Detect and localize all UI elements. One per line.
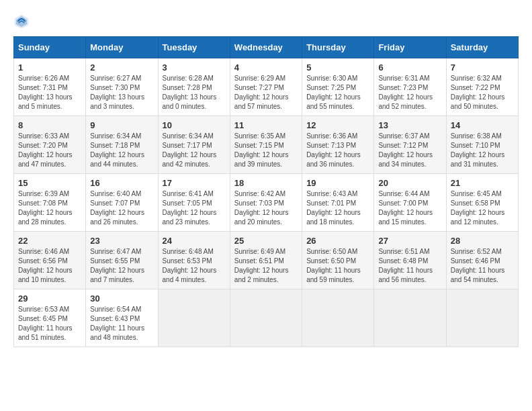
day-number: 30 [90,293,153,304]
calendar-cell: 3Sunrise: 6:28 AMSunset: 7:28 PMDaylight… [158,58,230,116]
day-detail: Sunrise: 6:34 AMSunset: 7:18 PMDaylight:… [90,132,153,169]
calendar-cell: 5Sunrise: 6:30 AMSunset: 7:25 PMDaylight… [302,58,374,116]
day-number: 21 [451,178,514,188]
day-detail: Sunrise: 6:46 AMSunset: 6:56 PMDaylight:… [18,247,81,285]
logo-icon [13,13,30,30]
calendar-cell: 14Sunrise: 6:38 AMSunset: 7:10 PMDayligh… [446,116,518,174]
day-detail: Sunrise: 6:27 AMSunset: 7:30 PMDaylight:… [90,74,153,111]
day-detail: Sunrise: 6:34 AMSunset: 7:17 PMDaylight:… [163,132,226,169]
day-number: 24 [163,236,226,246]
calendar-cell: 23Sunrise: 6:47 AMSunset: 6:55 PMDayligh… [86,232,158,289]
calendar-table: SundayMondayTuesdayWednesdayThursdayFrid… [13,36,519,347]
calendar-cell: 17Sunrise: 6:41 AMSunset: 7:05 PMDayligh… [158,174,230,232]
day-number: 25 [234,236,298,246]
calendar-cell: 8Sunrise: 6:33 AMSunset: 7:20 PMDaylight… [14,116,86,174]
day-number: 14 [451,120,514,130]
calendar-cell: 24Sunrise: 6:48 AMSunset: 6:53 PMDayligh… [158,232,230,289]
day-detail: Sunrise: 6:37 AMSunset: 7:12 PMDaylight:… [378,132,441,169]
day-header-wednesday: Wednesday [230,37,302,58]
day-detail: Sunrise: 6:47 AMSunset: 6:55 PMDaylight:… [90,247,153,285]
calendar-week-row: 15Sunrise: 6:39 AMSunset: 7:08 PMDayligh… [14,174,519,232]
day-detail: Sunrise: 6:29 AMSunset: 7:27 PMDaylight:… [234,74,298,111]
day-number: 13 [378,120,441,130]
calendar-cell: 26Sunrise: 6:50 AMSunset: 6:50 PMDayligh… [302,232,374,289]
day-detail: Sunrise: 6:44 AMSunset: 7:00 PMDaylight:… [378,189,441,227]
calendar-week-row: 1Sunrise: 6:26 AMSunset: 7:31 PMDaylight… [14,58,519,116]
day-detail: Sunrise: 6:49 AMSunset: 6:51 PMDaylight:… [234,247,298,285]
calendar-cell [230,289,302,347]
day-number: 9 [90,120,153,130]
day-header-monday: Monday [86,37,158,58]
day-number: 22 [18,236,81,246]
day-detail: Sunrise: 6:39 AMSunset: 7:08 PMDaylight:… [18,189,81,227]
calendar-cell: 6Sunrise: 6:31 AMSunset: 7:23 PMDaylight… [374,58,446,116]
calendar-cell: 15Sunrise: 6:39 AMSunset: 7:08 PMDayligh… [14,174,86,232]
calendar-cell: 13Sunrise: 6:37 AMSunset: 7:12 PMDayligh… [374,116,446,174]
day-detail: Sunrise: 6:38 AMSunset: 7:10 PMDaylight:… [451,132,514,169]
calendar-week-row: 22Sunrise: 6:46 AMSunset: 6:56 PMDayligh… [14,232,519,289]
day-number: 29 [18,293,81,304]
day-detail: Sunrise: 6:31 AMSunset: 7:23 PMDaylight:… [378,74,441,111]
day-number: 20 [378,178,441,188]
day-number: 2 [90,62,153,73]
day-detail: Sunrise: 6:53 AMSunset: 6:45 PMDaylight:… [18,305,81,342]
day-number: 5 [306,62,369,73]
day-detail: Sunrise: 6:52 AMSunset: 6:46 PMDaylight:… [451,247,514,285]
calendar-cell: 2Sunrise: 6:27 AMSunset: 7:30 PMDaylight… [86,58,158,116]
calendar-cell [158,289,230,347]
day-detail: Sunrise: 6:40 AMSunset: 7:07 PMDaylight:… [90,189,153,227]
day-detail: Sunrise: 6:43 AMSunset: 7:01 PMDaylight:… [306,189,369,227]
day-number: 12 [306,120,369,130]
page-header [13,13,519,30]
day-detail: Sunrise: 6:48 AMSunset: 6:53 PMDaylight:… [163,247,226,285]
day-number: 15 [18,178,81,188]
day-number: 8 [18,120,81,130]
day-number: 10 [163,120,226,130]
calendar-cell [374,289,446,347]
day-number: 28 [451,236,514,246]
day-number: 6 [378,62,441,73]
day-header-thursday: Thursday [302,37,374,58]
day-detail: Sunrise: 6:36 AMSunset: 7:13 PMDaylight:… [306,132,369,169]
calendar-cell: 11Sunrise: 6:35 AMSunset: 7:15 PMDayligh… [230,116,302,174]
day-number: 19 [306,178,369,188]
calendar-cell: 29Sunrise: 6:53 AMSunset: 6:45 PMDayligh… [14,289,86,347]
day-number: 23 [90,236,153,246]
calendar-cell: 9Sunrise: 6:34 AMSunset: 7:18 PMDaylight… [86,116,158,174]
day-number: 27 [378,236,441,246]
calendar-cell: 1Sunrise: 6:26 AMSunset: 7:31 PMDaylight… [14,58,86,116]
calendar-cell: 22Sunrise: 6:46 AMSunset: 6:56 PMDayligh… [14,232,86,289]
calendar-cell: 4Sunrise: 6:29 AMSunset: 7:27 PMDaylight… [230,58,302,116]
day-header-saturday: Saturday [446,37,518,58]
calendar-cell [446,289,518,347]
day-detail: Sunrise: 6:45 AMSunset: 6:58 PMDaylight:… [451,189,514,227]
day-detail: Sunrise: 6:41 AMSunset: 7:05 PMDaylight:… [163,189,226,227]
day-detail: Sunrise: 6:50 AMSunset: 6:50 PMDaylight:… [306,247,369,285]
calendar-cell: 7Sunrise: 6:32 AMSunset: 7:22 PMDaylight… [446,58,518,116]
day-number: 17 [163,178,226,188]
day-number: 11 [234,120,298,130]
calendar-header-row: SundayMondayTuesdayWednesdayThursdayFrid… [14,37,519,58]
calendar-cell: 10Sunrise: 6:34 AMSunset: 7:17 PMDayligh… [158,116,230,174]
day-detail: Sunrise: 6:28 AMSunset: 7:28 PMDaylight:… [163,74,226,111]
day-header-friday: Friday [374,37,446,58]
day-detail: Sunrise: 6:30 AMSunset: 7:25 PMDaylight:… [306,74,369,111]
calendar-cell [302,289,374,347]
day-detail: Sunrise: 6:26 AMSunset: 7:31 PMDaylight:… [18,74,81,111]
calendar-cell: 19Sunrise: 6:43 AMSunset: 7:01 PMDayligh… [302,174,374,232]
calendar-cell: 21Sunrise: 6:45 AMSunset: 6:58 PMDayligh… [446,174,518,232]
calendar-cell: 27Sunrise: 6:51 AMSunset: 6:48 PMDayligh… [374,232,446,289]
calendar-cell: 28Sunrise: 6:52 AMSunset: 6:46 PMDayligh… [446,232,518,289]
day-number: 3 [163,62,226,73]
day-detail: Sunrise: 6:42 AMSunset: 7:03 PMDaylight:… [234,189,298,227]
calendar-cell: 30Sunrise: 6:54 AMSunset: 6:43 PMDayligh… [86,289,158,347]
day-header-sunday: Sunday [14,37,86,58]
day-detail: Sunrise: 6:54 AMSunset: 6:43 PMDaylight:… [90,305,153,342]
day-detail: Sunrise: 6:32 AMSunset: 7:22 PMDaylight:… [451,74,514,111]
day-number: 4 [234,62,298,73]
day-number: 16 [90,178,153,188]
calendar-cell: 25Sunrise: 6:49 AMSunset: 6:51 PMDayligh… [230,232,302,289]
calendar-cell: 16Sunrise: 6:40 AMSunset: 7:07 PMDayligh… [86,174,158,232]
day-number: 7 [451,62,514,73]
day-detail: Sunrise: 6:51 AMSunset: 6:48 PMDaylight:… [378,247,441,285]
